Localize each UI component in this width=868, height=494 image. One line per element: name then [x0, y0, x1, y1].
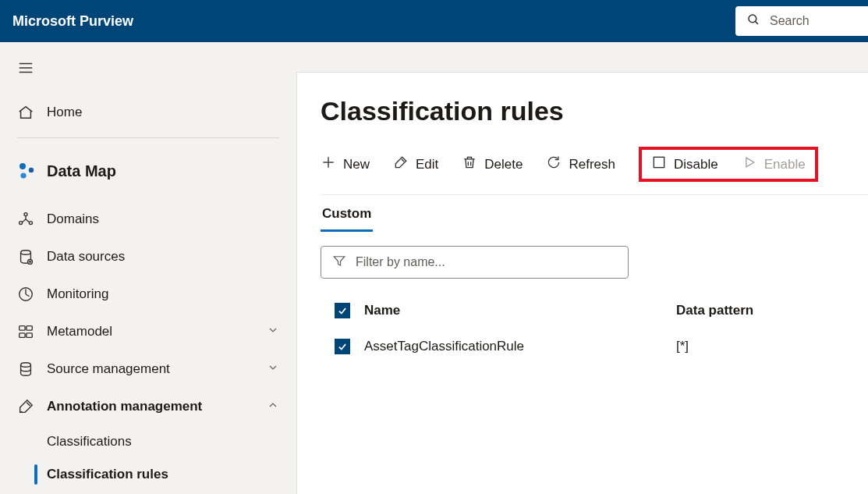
filter-box[interactable] [321, 246, 629, 279]
sidebar-item-label: Monitoring [47, 286, 108, 302]
svg-rect-14 [19, 326, 25, 331]
svg-point-0 [749, 15, 756, 23]
button-label: New [343, 157, 370, 172]
button-label: Enable [764, 157, 806, 172]
svg-rect-17 [27, 333, 32, 338]
sidebar-item-label: Domains [47, 211, 99, 227]
button-label: Edit [416, 157, 438, 172]
svg-rect-16 [19, 333, 25, 338]
sidebar-item-label: Data Map [47, 162, 116, 180]
svg-rect-15 [27, 326, 32, 331]
main-content: Classification rules New Edit [296, 72, 868, 494]
toolbar: New Edit Delete [321, 147, 868, 195]
metamodel-icon [17, 323, 47, 340]
tabs: Custom [321, 206, 868, 232]
svg-point-6 [29, 168, 34, 172]
sidebar-subitem-label: Classification rules [47, 467, 168, 482]
button-label: Delete [484, 157, 523, 172]
chevron-up-icon [267, 399, 279, 415]
trash-icon [462, 155, 477, 174]
row-checkbox[interactable] [335, 339, 350, 354]
data-sources-icon [17, 248, 47, 265]
enable-button: Enable [742, 155, 806, 174]
sidebar-item-label: Home [47, 105, 82, 120]
sidebar-item-data-sources[interactable]: Data sources [17, 238, 279, 275]
menu-toggle-button[interactable] [0, 56, 296, 94]
sidebar-item-metamodel[interactable]: Metamodel [17, 313, 279, 350]
annotation-management-icon [17, 398, 47, 415]
svg-point-10 [29, 222, 32, 225]
refresh-button[interactable]: Refresh [546, 155, 615, 174]
table-header: Name Data pattern [321, 293, 868, 329]
new-button[interactable]: New [321, 155, 370, 174]
plus-icon [321, 155, 336, 174]
divider [17, 137, 279, 138]
row-name-cell: AssetTagClassificationRule [364, 339, 676, 354]
svg-point-5 [19, 163, 26, 169]
sidebar-subitem-classifications[interactable]: Classifications [17, 425, 279, 458]
rules-table: Name Data pattern AssetTagClassification… [321, 293, 868, 364]
search-input[interactable] [768, 13, 846, 29]
refresh-icon [546, 155, 562, 174]
sidebar-subitem-classification-rules[interactable]: Classification rules [17, 458, 279, 491]
app-title: Microsoft Purview [0, 13, 133, 30]
filter-input[interactable] [354, 254, 617, 270]
svg-marker-25 [334, 257, 345, 265]
svg-marker-24 [746, 158, 754, 167]
row-pattern-cell: [*] [676, 339, 868, 354]
svg-point-18 [21, 363, 31, 368]
svg-rect-23 [654, 157, 664, 167]
sidebar-item-label: Source management [47, 361, 170, 377]
column-header-name[interactable]: Name [364, 303, 676, 318]
sidebar-section-data-map[interactable]: Data Map [17, 152, 279, 190]
sidebar-subitem-label: Classifications [47, 434, 132, 450]
svg-line-1 [755, 21, 758, 24]
sidebar-item-label: Annotation management [47, 399, 202, 414]
pencil-icon [393, 155, 409, 174]
button-label: Refresh [569, 157, 615, 172]
square-icon [651, 155, 667, 174]
hamburger-icon [17, 66, 34, 79]
sidebar: Home Data Map Domains [0, 42, 296, 494]
monitoring-icon [17, 286, 47, 303]
svg-point-9 [19, 222, 23, 225]
source-management-icon [17, 361, 47, 378]
page-title: Classification rules [321, 96, 868, 126]
sidebar-item-home[interactable]: Home [17, 94, 279, 131]
home-icon [17, 104, 47, 121]
sidebar-item-label: Data sources [47, 249, 125, 265]
table-row[interactable]: AssetTagClassificationRule [*] [321, 329, 868, 364]
svg-point-11 [21, 251, 31, 255]
select-all-checkbox[interactable] [335, 303, 350, 318]
disable-button[interactable]: Disable [651, 155, 718, 174]
chevron-down-icon [267, 324, 279, 340]
sidebar-item-source-management[interactable]: Source management [17, 350, 279, 388]
delete-button[interactable]: Delete [462, 155, 523, 174]
sidebar-item-label: Metamodel [47, 324, 112, 339]
sidebar-item-annotation-management[interactable]: Annotation management [17, 388, 279, 425]
column-header-pattern[interactable]: Data pattern [676, 303, 868, 318]
sidebar-item-monitoring[interactable]: Monitoring [17, 275, 279, 313]
top-bar: Microsoft Purview [0, 0, 868, 42]
button-label: Disable [674, 157, 718, 172]
data-map-icon [17, 162, 47, 180]
edit-button[interactable]: Edit [393, 155, 438, 174]
filter-icon [332, 254, 346, 271]
svg-point-8 [24, 213, 27, 216]
search-icon [746, 12, 760, 30]
svg-point-7 [20, 172, 26, 178]
search-box[interactable] [735, 6, 868, 36]
sidebar-item-domains[interactable]: Domains [17, 201, 279, 238]
play-icon [742, 155, 757, 174]
highlight-annotation: Disable Enable [639, 147, 818, 182]
tab-custom[interactable]: Custom [321, 206, 373, 232]
domains-icon [17, 211, 47, 228]
chevron-down-icon [267, 361, 279, 378]
